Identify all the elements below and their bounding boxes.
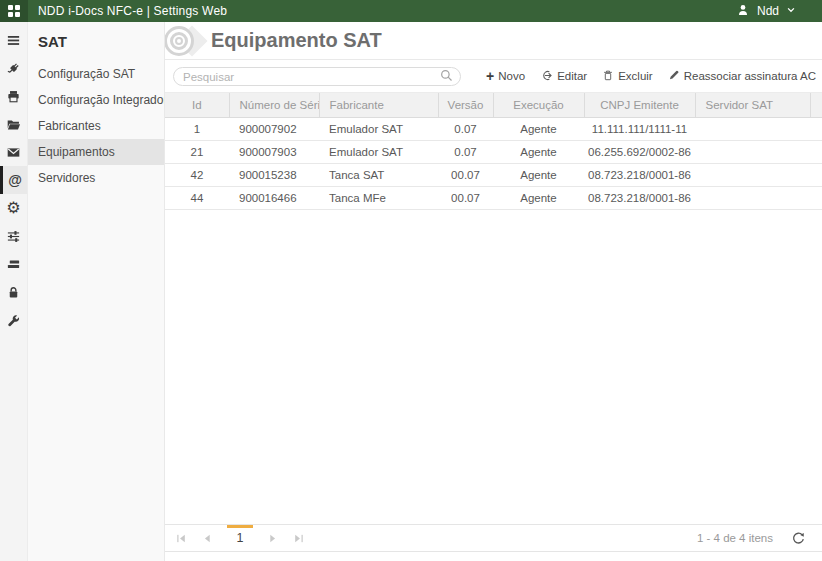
plus-icon: + <box>486 69 494 83</box>
action-buttons: + Novo Editar Excluir <box>486 60 816 92</box>
next-page-button[interactable] <box>266 525 279 551</box>
rail-item-at[interactable]: @ <box>0 166 27 194</box>
rail-item-servers[interactable] <box>0 250 27 278</box>
search-input[interactable] <box>183 71 440 83</box>
cell-execucao: Agente <box>493 187 584 210</box>
cell-cnpj-emitente: 08.723.218/0001-86 <box>584 164 695 187</box>
cell-id: 1 <box>165 118 229 141</box>
next-page-icon <box>267 533 278 544</box>
column-header-execucao[interactable]: Execução <box>493 93 584 118</box>
search-icon[interactable] <box>440 68 453 86</box>
refresh-icon <box>791 531 806 546</box>
column-header-cnpj-emitente[interactable]: CNPJ Emitente <box>584 93 695 118</box>
folder-open-icon <box>6 117 21 132</box>
search-box <box>173 67 461 86</box>
rail-item-gear[interactable]: ⚙ <box>0 194 27 222</box>
cell-servidor-sat <box>695 118 810 141</box>
novo-button[interactable]: + Novo <box>486 69 525 83</box>
reassociar-assinatura-button[interactable]: Reassociar assinatura AC <box>668 69 816 83</box>
cell-id: 42 <box>165 164 229 187</box>
rail-item-lock[interactable] <box>0 278 27 306</box>
rail-item-printer[interactable] <box>0 82 27 110</box>
cell-id: 44 <box>165 187 229 210</box>
sidebar-item-configuracao-sat[interactable]: Configuração SAT <box>28 61 164 87</box>
sidebar-item-servidores[interactable]: Servidores <box>28 165 164 191</box>
sidebar-item-configuracao-integrador[interactable]: Configuração Integrador <box>28 87 164 113</box>
rail-item-wrench[interactable] <box>0 306 27 334</box>
menu-icon <box>6 33 21 48</box>
cell-cnpj-emitente: 08.723.218/0001-86 <box>584 187 695 210</box>
cell-fabricante: Tanca SAT <box>319 164 438 187</box>
plug-icon <box>6 61 21 76</box>
sidebar: SAT Configuração SAT Configuração Integr… <box>28 22 165 561</box>
cell-servidor-sat <box>695 187 810 210</box>
refresh-button[interactable] <box>791 531 806 546</box>
cell-id: 21 <box>165 141 229 164</box>
rail-item-mail[interactable] <box>0 138 27 166</box>
user-icon <box>736 3 750 20</box>
first-page-button[interactable] <box>175 525 188 551</box>
table-row[interactable]: 21900007903Emulador SAT0.07Agente06.255.… <box>165 141 822 164</box>
column-header-spacer[interactable] <box>810 93 822 118</box>
cell-versao: 00.07 <box>438 187 493 210</box>
column-header-numero-serie[interactable]: Número de Série <box>229 93 319 118</box>
table-row[interactable]: 42900015238Tanca SAT00.07Agente08.723.21… <box>165 164 822 187</box>
column-header-fabricante[interactable]: Fabricante <box>319 93 438 118</box>
cell-cnpj-emitente: 06.255.692/0002-86 <box>584 141 695 164</box>
previous-page-icon <box>202 533 213 544</box>
sidebar-item-fabricantes[interactable]: Fabricantes <box>28 113 164 139</box>
mail-icon <box>6 145 21 160</box>
grid-header-row: IdNúmero de SérieFabricanteVersãoExecuçã… <box>165 93 822 118</box>
trash-icon <box>602 69 614 84</box>
main-panel: Equipamento SAT + Novo Editar <box>165 22 822 561</box>
cell-numero-serie: 900007903 <box>229 141 319 164</box>
cell-spacer <box>810 164 822 187</box>
pager-summary: 1 - 4 de 4 itens <box>697 532 773 544</box>
chevron-down-icon <box>786 4 796 18</box>
cell-versao: 0.07 <box>438 118 493 141</box>
lock-icon <box>6 285 21 300</box>
cell-cnpj-emitente: 11.111.111/1111-11 <box>584 118 695 141</box>
cell-spacer <box>810 187 822 210</box>
cell-fabricante: Emulador SAT <box>319 141 438 164</box>
app-window: NDD i-Docs NFC-e | Settings Web Ndd <box>0 0 822 561</box>
cell-execucao: Agente <box>493 141 584 164</box>
column-header-versao[interactable]: Versão <box>438 93 493 118</box>
wrench-icon <box>6 313 21 328</box>
last-page-button[interactable] <box>292 525 305 551</box>
waffle-icon <box>8 5 20 17</box>
sidebar-item-equipamentos[interactable]: Equipamentos <box>28 139 164 165</box>
rail-item-plug[interactable] <box>0 54 27 82</box>
rail-item-folder[interactable] <box>0 110 27 138</box>
column-header-id[interactable]: Id <box>165 93 229 118</box>
cell-fabricante: Emulador SAT <box>319 118 438 141</box>
editar-button[interactable]: Editar <box>540 69 587 84</box>
current-page-button[interactable]: 1 <box>227 525 253 551</box>
user-menu[interactable]: Ndd <box>736 3 822 20</box>
cell-spacer <box>810 118 822 141</box>
sliders-icon <box>6 229 21 244</box>
rail-item-menu[interactable] <box>0 26 27 54</box>
grid-body: 1900007902Emulador SAT0.07Agente11.111.1… <box>165 118 822 210</box>
cell-servidor-sat <box>695 164 810 187</box>
top-bar: NDD i-Docs NFC-e | Settings Web Ndd <box>0 0 822 22</box>
app-launcher-button[interactable] <box>0 0 28 22</box>
table-row[interactable]: 1900007902Emulador SAT0.07Agente11.111.1… <box>165 118 822 141</box>
first-page-icon <box>176 533 187 544</box>
icon-rail: @ ⚙ <box>0 22 28 561</box>
cell-numero-serie: 900015238 <box>229 164 319 187</box>
toolbar: + Novo Editar Excluir <box>165 60 822 92</box>
column-header-servidor-sat[interactable]: Servidor SAT <box>695 93 810 118</box>
edit-icon <box>540 69 553 84</box>
cell-numero-serie: 900007902 <box>229 118 319 141</box>
gear-icon: ⚙ <box>6 200 20 216</box>
cell-execucao: Agente <box>493 118 584 141</box>
sidebar-title: SAT <box>28 22 164 61</box>
excluir-button[interactable]: Excluir <box>602 69 653 84</box>
pencil-icon <box>668 69 680 83</box>
printer-icon <box>6 89 21 104</box>
previous-page-button[interactable] <box>201 525 214 551</box>
at-icon: @ <box>8 173 22 187</box>
rail-item-sliders[interactable] <box>0 222 27 250</box>
table-row[interactable]: 44900016466Tanca MFe00.07Agente08.723.21… <box>165 187 822 210</box>
